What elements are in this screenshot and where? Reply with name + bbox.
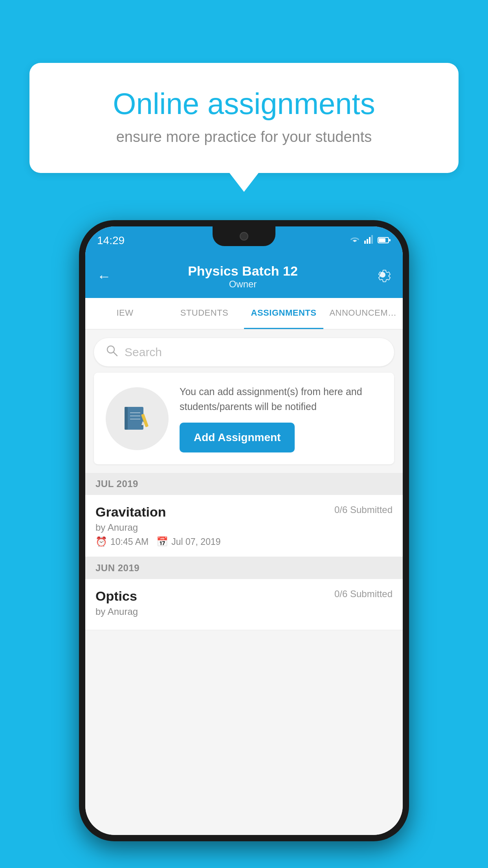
tab-assignments[interactable]: ASSIGNMENTS xyxy=(244,298,323,329)
tab-iew[interactable]: IEW xyxy=(85,298,165,329)
assignment-date: 📅 Jul 07, 2019 xyxy=(156,536,220,547)
signal-icon xyxy=(364,235,374,246)
section-header-jun: JUN 2019 xyxy=(85,557,403,579)
empty-state-description: You can add assignment(s) from here and … xyxy=(180,384,382,414)
app-header: ← Physics Batch 12 Owner xyxy=(85,255,403,298)
svg-rect-0 xyxy=(364,241,366,244)
assignment-meta: ⏰ 10:45 AM 📅 Jul 07, 2019 xyxy=(95,536,393,547)
svg-rect-1 xyxy=(367,239,368,244)
assignment-time: ⏰ 10:45 AM xyxy=(95,536,149,547)
speech-bubble-subtitle: ensure more practice for your students xyxy=(57,129,431,145)
settings-icon[interactable] xyxy=(374,267,391,287)
header-center: Physics Batch 12 Owner xyxy=(188,263,298,290)
phone-screen: 14:29 xyxy=(85,226,403,835)
notebook-svg xyxy=(121,403,153,434)
phone-outer: 14:29 xyxy=(79,220,409,841)
empty-state-info: You can add assignment(s) from here and … xyxy=(180,384,382,452)
speech-bubble: Online assignments ensure more practice … xyxy=(29,63,459,173)
speech-bubble-title: Online assignments xyxy=(57,86,431,121)
svg-rect-5 xyxy=(379,238,385,242)
clock-icon: ⏰ xyxy=(95,536,107,547)
assignment-item-gravitation[interactable]: Gravitation 0/6 Submitted by Anurag ⏰ 10… xyxy=(85,495,403,557)
assignment-title-optics: Optics xyxy=(95,588,137,604)
assignment-item-optics[interactable]: Optics 0/6 Submitted by Anurag xyxy=(85,579,403,630)
content-area: Search xyxy=(85,329,403,835)
status-icons xyxy=(349,235,391,246)
search-placeholder: Search xyxy=(125,346,162,359)
header-title: Physics Batch 12 xyxy=(188,263,298,279)
svg-rect-3 xyxy=(371,235,373,244)
back-button[interactable]: ← xyxy=(97,268,111,285)
tab-announcements[interactable]: ANNOUNCEM… xyxy=(323,298,403,329)
search-icon xyxy=(106,344,118,360)
empty-state-card: You can add assignment(s) from here and … xyxy=(94,373,394,464)
speech-bubble-container: Online assignments ensure more practice … xyxy=(29,63,459,173)
phone-wrapper: 14:29 xyxy=(79,220,409,841)
notebook-icon-circle xyxy=(106,387,169,450)
svg-line-8 xyxy=(114,352,117,356)
add-assignment-button[interactable]: Add Assignment xyxy=(180,423,295,452)
assignment-author: by Anurag xyxy=(95,522,393,533)
assignment-author-optics: by Anurag xyxy=(95,606,393,617)
tab-students[interactable]: STUDENTS xyxy=(165,298,244,329)
svg-rect-10 xyxy=(125,407,128,430)
wifi-icon xyxy=(349,235,360,246)
battery-icon xyxy=(378,235,391,246)
calendar-icon: 📅 xyxy=(156,536,168,547)
svg-rect-6 xyxy=(389,239,391,241)
assignment-row-top-optics: Optics 0/6 Submitted xyxy=(95,588,393,604)
assignment-submitted-count: 0/6 Submitted xyxy=(334,504,393,515)
assignment-row-top: Gravitation 0/6 Submitted xyxy=(95,504,393,520)
assignment-title: Gravitation xyxy=(95,504,166,520)
svg-rect-2 xyxy=(369,237,371,244)
assignment-submitted-count-optics: 0/6 Submitted xyxy=(334,588,393,600)
status-time: 14:29 xyxy=(97,234,125,247)
search-bar[interactable]: Search xyxy=(94,338,394,366)
tabs-bar: IEW STUDENTS ASSIGNMENTS ANNOUNCEM… xyxy=(85,298,403,329)
section-header-jul: JUL 2019 xyxy=(85,473,403,495)
header-subtitle: Owner xyxy=(188,279,298,290)
phone-notch xyxy=(213,226,275,246)
camera-icon xyxy=(240,232,248,241)
